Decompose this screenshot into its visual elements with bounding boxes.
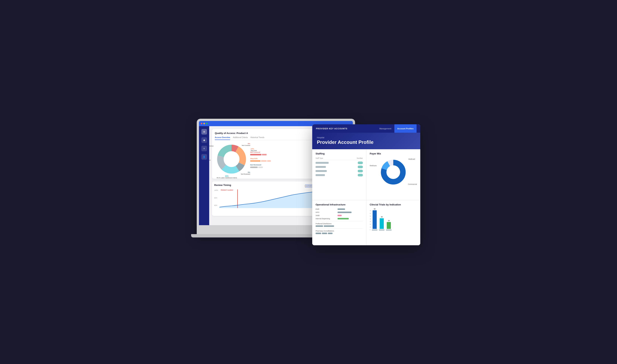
trial-value-0: 62 (374, 208, 376, 210)
label-pa-less: 21% PA Less Restrictive (209, 143, 214, 147)
trial-value-2: 23 (388, 220, 390, 221)
ops-bar-emr (338, 208, 345, 210)
ops-divider-1 (315, 221, 363, 221)
hospital-label: Hospital (317, 136, 416, 139)
payer-donut: Medicaid Medicare Commercial (370, 157, 417, 187)
trial-bar-group-2: 23 (386, 220, 392, 231)
ops-row-gpo: GPO (315, 211, 363, 213)
trial-label-2 (386, 229, 392, 231)
y-label-30: 30 (370, 221, 371, 222)
y-label-60: 60% (214, 205, 218, 206)
dot-yellow[interactable] (204, 123, 205, 124)
ops-label-gpo: GPO (315, 211, 336, 213)
provider-name: Provider Account Profile (317, 139, 416, 145)
sidebar-icon-home[interactable]: ⊞ (201, 129, 207, 135)
provider-hero: Hospital Provider Account Profile (312, 133, 420, 149)
trial-bar-2 (387, 222, 391, 229)
payer-label-medicaid: Medicaid (408, 158, 415, 160)
y-label-70: 70 (370, 210, 371, 211)
trial-bar-1 (380, 218, 384, 229)
ops-bar-340b (338, 215, 342, 216)
review-card: Review Timing EXPORT TO PPT PRODUCT LAUN… (212, 182, 321, 216)
ops-row-internal: Internal Dispensing (315, 218, 363, 220)
staffing-title: Staffing (315, 152, 363, 155)
tab-historical-trends[interactable]: Historical Trends (250, 136, 264, 140)
y-axis-labels: 70 60 50 40 30 20 10 0 (370, 210, 371, 231)
staff-bar-3 (315, 174, 325, 176)
staffing-row-0 (315, 162, 363, 164)
y-label-40: 40 (370, 218, 371, 220)
dot-red[interactable] (201, 123, 202, 124)
trial-value-1: 35 (381, 216, 383, 218)
sidebar-icon-list[interactable]: ≡ (201, 146, 207, 151)
y-label-60: 60 (370, 213, 371, 214)
clinical-trials-title: Clincial Trials by Indication (370, 203, 417, 206)
provider-header-title: PROVIDER KEY ACCOUNTS (316, 128, 347, 130)
col-staff-type: Staff Type (315, 157, 323, 159)
ops-bar-dist-2 (324, 225, 334, 227)
provider-panel: PROVIDER KEY ACCOUNTS Management Account… (312, 124, 420, 245)
header-tab-account-profiles[interactable]: Account Profiles (394, 124, 417, 133)
label-not-reviewed: 9% Not Reviewed (241, 171, 250, 175)
donut-chart: 8% Not Covered 24% Step Edit 9% (215, 142, 248, 176)
staffing-row-3 (315, 174, 363, 176)
staffing-section: Staffing Staff Type Number (312, 149, 366, 200)
payer-mix-title: Payer Mix (370, 152, 417, 155)
label-not-covered: 8% Not Covered (242, 143, 250, 146)
trials-chart: 62 35 23 (372, 208, 392, 231)
staffing-row-1 (315, 166, 363, 168)
ops-label-340b: 340B (315, 215, 336, 216)
staff-value-0 (358, 162, 363, 164)
operational-title: Operational Infrastructure (315, 203, 363, 206)
provider-content: Staffing Staff Type Number (312, 149, 420, 245)
staffing-header: Staff Type Number (315, 157, 363, 160)
ops-bar-acc-1 (315, 233, 321, 234)
header-tab-management[interactable]: Management (376, 124, 394, 133)
trial-label-0 (372, 229, 377, 231)
ops-sub-label-accreditations: Pharmacy Accreditations (315, 230, 363, 232)
label-pa-additional: 21% PA To Label; Additional Criteria (217, 175, 237, 179)
trial-bar-0 (373, 210, 377, 229)
ops-sub-bars-accreditations (315, 233, 363, 234)
payer-mix-section: Payer Mix Medicaid Medicare Commerc (366, 149, 421, 200)
ops-label-emr: EMR (315, 208, 336, 210)
sidebar-icon-chart[interactable]: ◉ (201, 137, 207, 143)
tab-additional-criteria[interactable]: Additional Criteria (233, 136, 247, 140)
label-pa-label: 17% PA To Label (209, 157, 210, 161)
y-label-80: 80% (214, 197, 218, 199)
payer-label-commercial: Commercial (408, 183, 417, 185)
staff-bar-2 (315, 170, 327, 172)
provider-header-bar: PROVIDER KEY ACCOUNTS Management Account… (312, 124, 420, 133)
col-number: Number (357, 157, 363, 159)
ops-sub-bars-distributors (315, 225, 363, 227)
ops-sub-label-distributors: Preferred Distributors (315, 223, 363, 225)
rbar (250, 154, 261, 156)
label-step-edit: 24% Step Edit (251, 148, 257, 152)
line-chart: PRODUCT LAUNCH 100% 80% 60% (214, 189, 319, 208)
tab-access-overview[interactable]: Access Overview (215, 136, 230, 140)
sidebar-icon-user[interactable]: 👤 (201, 154, 207, 160)
ops-bar-gpo (338, 212, 352, 213)
ops-row-emr: EMR (315, 208, 363, 210)
staff-bar-0 (315, 162, 329, 164)
rbar (250, 167, 258, 168)
staff-value-1 (358, 166, 363, 168)
donut-labels: 8% Not Covered 24% Step Edit 9% (215, 142, 248, 176)
trial-bar-group-0: 62 (372, 208, 377, 231)
trial-label-1 (379, 229, 384, 231)
staff-value-3 (358, 174, 363, 176)
y-label-0: 0 (370, 229, 371, 230)
header-tabs: Management Account Profiles (376, 124, 417, 133)
review-title: Review Timing (214, 184, 231, 186)
clinical-trials-section: Clincial Trials by Indication 70 60 50 4… (366, 200, 421, 246)
rbar (267, 160, 271, 162)
y-label-100: 100% (214, 189, 218, 191)
ops-bar-acc-3 (328, 233, 332, 234)
ops-bar-acc-2 (322, 233, 327, 234)
dot-green[interactable] (206, 123, 207, 124)
rbar (250, 160, 261, 162)
ops-label-internal: Internal Dispensing (315, 218, 336, 220)
ops-bar-internal (338, 218, 349, 219)
staff-bar-1 (315, 166, 326, 168)
svg-point-11 (386, 165, 400, 179)
